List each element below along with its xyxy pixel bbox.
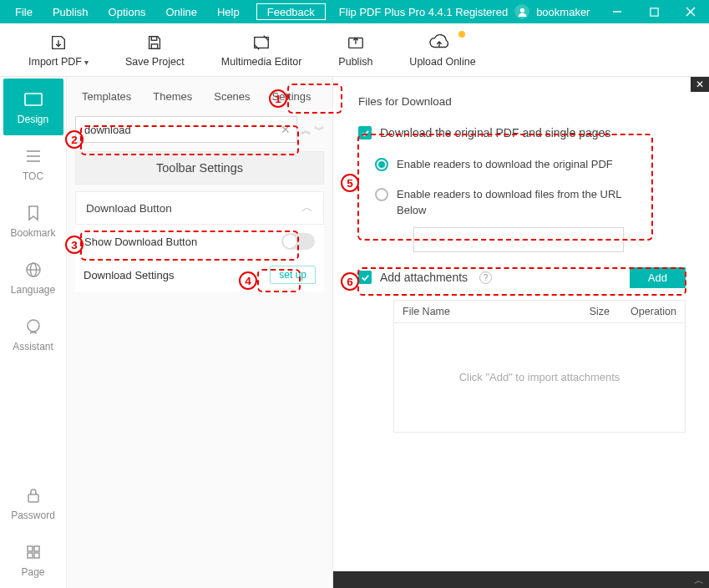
th-size: Size [568, 306, 610, 317]
bookmark-icon [25, 204, 42, 222]
upload-online-button[interactable]: Upload Online [391, 23, 494, 77]
table-header: File Name Size Operation [394, 301, 685, 323]
attachments-table: File Name Size Operation Click "Add" to … [393, 300, 686, 433]
sidebar-toc-label: TOC [23, 170, 43, 182]
download-button-header[interactable]: Download Button ︿ [75, 191, 324, 225]
download-original-checkbox[interactable] [358, 126, 372, 139]
titlebar: File Publish Options Online Help Feedbac… [0, 0, 709, 23]
design-icon [23, 90, 43, 109]
chevron-up-icon: ︿ [301, 200, 313, 215]
sidebar-item-language[interactable]: Language [0, 249, 66, 306]
add-attachments-checkbox[interactable] [358, 271, 372, 284]
app-title: Flip PDF Plus Pro 4.4.1 Registered [339, 6, 508, 18]
tab-scenes[interactable]: Scenes [212, 89, 251, 104]
publish-button[interactable]: Publish [320, 23, 391, 77]
svg-rect-2 [650, 8, 657, 15]
radio-download-url[interactable]: Enable readers to download files from th… [375, 186, 642, 219]
save-icon [145, 33, 164, 53]
multimedia-editor-button[interactable]: Multimedia Editor [203, 23, 321, 77]
collapse-up-icon[interactable]: ︽ [299, 123, 312, 144]
sidebar-spacer [0, 362, 66, 474]
menu-options[interactable]: Options [99, 0, 156, 23]
tab-themes[interactable]: Themes [151, 89, 194, 104]
show-download-toggle[interactable] [281, 233, 315, 250]
multimedia-label: Multimedia Editor [221, 56, 302, 68]
radio-circle-icon [375, 188, 388, 201]
sidebar-item-page[interactable]: Page [0, 531, 66, 588]
app-title-area: Flip PDF Plus Pro 4.4.1 Registered bookm… [339, 4, 590, 19]
sidebar-assistant-label: Assistant [13, 341, 53, 352]
radio-download-url-label: Enable readers to download files from th… [397, 186, 642, 219]
save-project-button[interactable]: Save Project [107, 23, 203, 77]
svg-point-0 [519, 8, 524, 12]
sidebar-item-assistant[interactable]: Assistant [0, 306, 66, 362]
download-original-label: Download the original PDF and single pag… [380, 126, 610, 139]
body: Design TOC Bookmark Language Assistant P… [0, 77, 709, 588]
close-panel-icon[interactable]: ✕ [691, 77, 709, 92]
settings-panel: Templates Themes Scenes Settings ✕ ︽ ︾ T… [67, 77, 332, 588]
download-settings-row: Download Settings set up [75, 258, 324, 291]
clear-search-icon[interactable]: ✕ [281, 123, 291, 136]
svg-rect-6 [152, 43, 158, 48]
svg-rect-20 [28, 553, 33, 558]
import-icon [48, 33, 68, 53]
svg-rect-9 [25, 94, 42, 105]
toc-icon [25, 147, 42, 165]
main-toolbar: Import PDF Save Project Multimedia Edito… [0, 23, 709, 77]
section-toolbar-settings: Toolbar Settings [75, 151, 324, 185]
files-for-download-title: Files for Download [358, 95, 686, 108]
publish-icon [347, 33, 365, 53]
attachments-section: Add attachments ? Add File Name Size Ope… [358, 267, 686, 433]
svg-rect-17 [28, 494, 38, 502]
menu-online[interactable]: Online [155, 0, 207, 23]
help-icon[interactable]: ? [479, 271, 492, 284]
minimize-button[interactable] [599, 0, 636, 23]
download-settings-label: Download Settings [84, 269, 174, 281]
user-avatar-icon [514, 4, 529, 19]
show-download-row: Show Download Button [75, 225, 324, 258]
sidebar-item-password[interactable]: Password [0, 474, 66, 531]
tab-settings[interactable]: Settings [271, 89, 313, 104]
radio-download-pdf[interactable]: Enable readers to download the original … [375, 156, 642, 173]
multimedia-icon [252, 33, 271, 53]
th-filename: File Name [403, 306, 568, 317]
globe-icon [25, 261, 42, 279]
radio-download-pdf-label: Enable readers to download the original … [397, 156, 613, 173]
svg-rect-21 [34, 553, 39, 558]
download-button-title: Download Button [86, 202, 172, 215]
menu-file[interactable]: File [5, 0, 43, 23]
statusbar: ︿ [333, 571, 709, 588]
radio-circle-icon [375, 158, 388, 171]
tab-templates[interactable]: Templates [80, 89, 133, 104]
menu-publish[interactable]: Publish [43, 0, 99, 23]
import-pdf-label: Import PDF [28, 56, 89, 68]
maximize-button[interactable] [636, 0, 672, 23]
publish-label: Publish [338, 56, 372, 68]
chevron-up-icon[interactable]: ︿ [694, 574, 704, 588]
sidebar-item-design[interactable]: Design [3, 79, 63, 135]
upload-online-label: Upload Online [409, 56, 475, 68]
feedback-button[interactable]: Feedback [256, 3, 326, 20]
close-button[interactable] [672, 0, 709, 23]
download-url-input[interactable] [413, 227, 624, 252]
setup-button[interactable]: set up [270, 266, 316, 284]
menubar: File Publish Options Online Help [5, 0, 250, 23]
sidebar: Design TOC Bookmark Language Assistant P… [0, 77, 67, 588]
right-panel: ✕ Files for Download Download the origin… [332, 77, 709, 588]
assistant-icon [25, 317, 42, 336]
search-input[interactable] [75, 116, 297, 143]
download-mode-radios: Enable readers to download the original … [375, 156, 686, 252]
menu-help[interactable]: Help [207, 0, 250, 23]
sidebar-item-bookmark[interactable]: Bookmark [0, 192, 66, 249]
download-button-accordion: Download Button ︿ Show Download Button D… [75, 191, 324, 291]
sidebar-design-label: Design [18, 114, 48, 125]
add-attachment-button[interactable]: Add [630, 267, 686, 288]
expand-down-icon[interactable]: ︾ [312, 123, 326, 144]
user-name[interactable]: bookmaker [536, 6, 590, 18]
sidebar-item-toc[interactable]: TOC [0, 135, 66, 192]
add-attachments-label: Add attachments [380, 271, 468, 284]
import-pdf-button[interactable]: Import PDF [10, 23, 107, 77]
download-original-section: Download the original PDF and single pag… [358, 126, 686, 139]
table-empty-message: Click "Add" to import attachments [394, 323, 685, 432]
sidebar-language-label: Language [11, 284, 55, 296]
